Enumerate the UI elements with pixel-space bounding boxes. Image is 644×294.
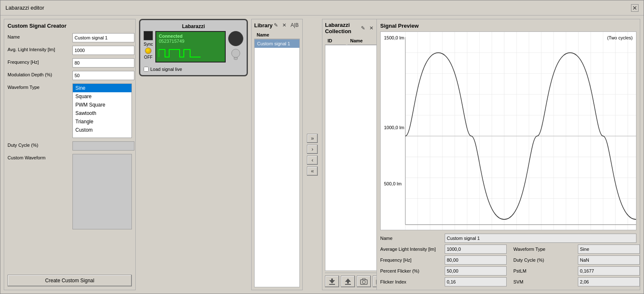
svg-rect-6 — [345, 284, 351, 285]
collection-title: Labarazzi Collection — [325, 22, 360, 34]
close-button[interactable]: ✕ — [631, 4, 639, 12]
modulation-label: Modulation Depth (%) — [8, 71, 72, 77]
pst-lm-info-value[interactable] — [578, 266, 640, 276]
load-signal-label: Load signal live — [150, 67, 182, 72]
name-input[interactable] — [72, 33, 134, 42]
signal-preview-title: Signal Preview — [380, 23, 636, 29]
load-signal-checkbox[interactable] — [144, 67, 149, 72]
transfer-down-single[interactable]: › — [307, 145, 318, 154]
duty-cycle-info-row: Duty Cycle (%) — [513, 255, 640, 265]
download-icon — [328, 278, 336, 285]
device-black-square — [144, 31, 153, 40]
library-col-header: Name — [254, 31, 300, 39]
modulation-row: Modulation Depth (%) — [8, 71, 132, 80]
waveform-option-custom[interactable]: Custom — [73, 126, 131, 134]
avg-intensity-info-label: Average Light Intensity [lm] — [380, 247, 443, 252]
sync-area: Sync OFF — [144, 42, 153, 60]
device-column: Labarazzi Sync OFF — [139, 19, 248, 290]
percent-flicker-info-value[interactable] — [445, 266, 507, 276]
duty-cycle-label: Duty Cycle (%) — [8, 141, 72, 148]
device-big-circle — [228, 31, 243, 46]
transfer-buttons: » › ‹ « — [306, 19, 319, 290]
frequency-label: Frequency [Hz] — [8, 58, 72, 65]
signal-name-row: Name — [380, 234, 636, 243]
collection-edit-icon[interactable]: ✎ — [360, 25, 366, 31]
library-list: Custom signal 1 — [254, 39, 300, 287]
main-content: Custom Signal Creator Name Avg. Light In… — [0, 16, 644, 294]
percent-flicker-info-label: Percent Flicker (%) — [380, 268, 443, 273]
signal-chart-svg — [381, 32, 636, 230]
upload-icon — [344, 278, 352, 285]
waveform-row: Waveform Type Sine Square PWM Square Saw… — [8, 83, 132, 138]
waveform-option-triangle[interactable]: Triangle — [73, 117, 131, 126]
waveform-label: Waveform Type — [8, 83, 72, 90]
waveform-type-info-value[interactable] — [578, 245, 640, 254]
duty-cycle-row: Duty Cycle (%) — [8, 141, 132, 151]
waveform-type-info-row: Waveform Type — [513, 245, 640, 254]
library-panel: Library ✎ ✕ A|B Name Custom signal 1 — [251, 19, 303, 290]
library-header-icons: ✎ ✕ A|B — [273, 22, 300, 29]
duty-cycle-info-value[interactable] — [578, 255, 640, 265]
collection-btn-upload[interactable] — [341, 276, 355, 287]
collection-btn-camera1[interactable] — [357, 276, 371, 287]
waveform-type-info-label: Waveform Type — [513, 247, 576, 252]
device-widget: Labarazzi Sync OFF — [139, 19, 248, 76]
main-window: Labarazzi editor ✕ Custom Signal Creator… — [0, 0, 644, 294]
right-panel: Signal Preview 1500,0 lm (Two cycles) 10… — [376, 19, 640, 290]
avg-light-label: Avg. Light Intensity [lm] — [8, 46, 72, 52]
name-label: Name — [8, 33, 72, 39]
frequency-input[interactable] — [72, 58, 134, 68]
transfer-up-single[interactable]: ‹ — [307, 156, 318, 165]
device-right-controls — [228, 31, 243, 61]
create-signal-button[interactable]: Create Custom Signal — [8, 275, 132, 286]
bulb-icon — [230, 48, 241, 61]
signal-info-section: Name Average Light Intensity [lm] Wavefo… — [380, 230, 636, 286]
waveform-list[interactable]: Sine Square PWM Square Sawtooth Triangle… — [72, 83, 132, 138]
avg-intensity-info-value[interactable] — [445, 245, 507, 254]
library-edit-icon[interactable]: ✎ — [273, 22, 279, 29]
waveform-option-pwm[interactable]: PWM Square — [73, 101, 131, 109]
waveform-option-sawtooth[interactable]: Sawtooth — [73, 109, 131, 117]
avg-light-row: Avg. Light Intensity [lm] — [8, 46, 132, 55]
percent-flicker-info-row: Percent Flicker (%) — [380, 266, 507, 276]
sync-dot — [145, 47, 152, 54]
transfer-up-double[interactable]: « — [307, 167, 318, 176]
load-signal-row: Load signal live — [144, 67, 243, 72]
frequency-info-value[interactable] — [445, 255, 507, 265]
collection-btn-download[interactable] — [325, 276, 339, 287]
waveform-option-square[interactable]: Square — [73, 92, 131, 101]
svg-marker-5 — [345, 278, 351, 284]
device-status: Connected — [159, 34, 222, 39]
off-label: OFF — [144, 55, 152, 60]
svg-point-8 — [363, 281, 366, 284]
collection-delete-icon[interactable]: ✕ — [368, 25, 375, 31]
frequency-row: Frequency [Hz] — [8, 58, 132, 68]
flicker-index-info-row: Flicker Index — [380, 277, 507, 286]
flicker-index-info-value[interactable] — [445, 277, 507, 286]
svg-point-0 — [232, 49, 240, 57]
svm-info-label: SVM — [513, 279, 576, 284]
duty-cycle-input[interactable] — [72, 141, 134, 151]
custom-waveform-row: Custom Waveform — [8, 154, 132, 271]
library-delete-icon[interactable]: ✕ — [281, 22, 288, 29]
avg-light-input[interactable] — [72, 46, 134, 55]
signal-info-grid: Average Light Intensity [lm] Waveform Ty… — [380, 245, 636, 286]
device-label: Labarazzi — [144, 23, 243, 29]
signal-name-value[interactable] — [445, 234, 636, 243]
chart-area: 1500,0 lm (Two cycles) 1000,0 lm 500,0 l… — [380, 31, 636, 230]
pst-lm-info-label: PstLM — [513, 268, 576, 273]
title-bar: Labarazzi editor ✕ — [0, 0, 644, 16]
transfer-down-double[interactable]: » — [307, 134, 318, 143]
svm-info-value[interactable] — [578, 277, 640, 286]
device-and-panels: Labarazzi Sync OFF — [139, 19, 373, 290]
duty-cycle-info-label: Duty Cycle (%) — [513, 258, 576, 263]
library-ab-icon[interactable]: A|B — [289, 22, 300, 29]
signal-name-label: Name — [380, 236, 443, 241]
pst-lm-info-row: PstLM — [513, 266, 640, 276]
left-panel-title: Custom Signal Creator — [8, 23, 132, 29]
modulation-input[interactable] — [72, 71, 134, 80]
library-item-0[interactable]: Custom signal 1 — [255, 39, 299, 48]
svg-rect-2 — [234, 59, 237, 60]
custom-waveform-area — [72, 154, 132, 229]
waveform-option-sine[interactable]: Sine — [73, 84, 131, 92]
